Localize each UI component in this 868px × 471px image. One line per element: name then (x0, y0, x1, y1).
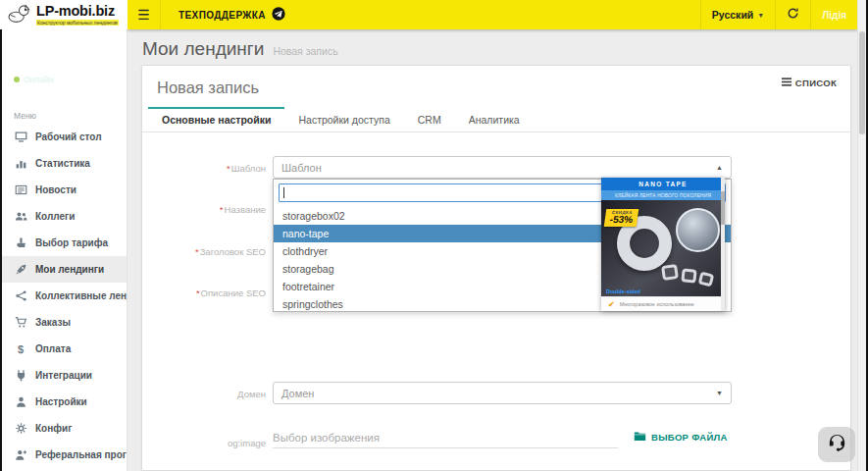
user-plus-icon (14, 448, 27, 461)
sidebar-item-referral[interactable]: Реферальная программа (2, 442, 127, 468)
desktop-icon (14, 131, 27, 143)
tab-analytics[interactable]: Аналитика (455, 107, 534, 131)
sidebar-item-settings[interactable]: Настройки (2, 389, 127, 415)
chevron-down-icon: ▼ (757, 12, 764, 19)
dollar-icon: $ (14, 343, 27, 355)
telegram-icon (272, 7, 285, 23)
menu-section-label: Меню (2, 102, 127, 124)
template-label: Шаблон (142, 163, 266, 174)
sidebar-item-desktop[interactable]: Рабочий стол (2, 124, 127, 150)
refresh-button[interactable] (775, 0, 810, 29)
user-status-label: Онлайн (24, 75, 53, 84)
preview-header: NANO TAPE (601, 178, 725, 190)
list-icon (782, 78, 791, 88)
choose-file-button[interactable]: ВЫБОР ФАЙЛА (634, 431, 728, 444)
preview-title: NANO TAPE (638, 181, 688, 187)
sidebar-item-label: Мои лендинги (35, 264, 104, 275)
user-icon (14, 395, 27, 408)
sidebar-item-tariff[interactable]: Выбор тарифа (2, 230, 127, 256)
hand-pointer-icon (14, 236, 27, 249)
domain-select-placeholder: Домен (281, 388, 314, 399)
cart-icon (14, 316, 27, 329)
sidebar-item-integrations[interactable]: Интеграции (2, 362, 127, 389)
card-title: Новая запись (157, 78, 259, 97)
domain-label: Домен (142, 389, 266, 399)
news-icon (14, 183, 27, 196)
choose-file-label: ВЫБОР ФАЙЛА (651, 432, 728, 443)
tab-access-settings[interactable]: Настройки доступа (284, 107, 403, 131)
domain-select[interactable]: Домен ▼ (273, 382, 732, 404)
sidebar-item-label: Новости (35, 184, 77, 195)
page-title: Мои лендинги (142, 38, 264, 60)
breadcrumb-current: Новая запись (273, 45, 337, 57)
og-image-label: og:image (142, 438, 266, 448)
template-select[interactable]: Шаблон ▲ (273, 156, 732, 179)
og-image-input[interactable] (273, 427, 618, 448)
user-panel: Лідія Онлайн (2, 29, 127, 102)
support-button[interactable]: ТЕХПОДДЕРЖКА (179, 7, 285, 23)
scrollbar-thumb[interactable] (859, 31, 865, 134)
dog-logo-icon (7, 3, 31, 27)
folder-icon (634, 431, 646, 444)
users-icon (14, 210, 27, 223)
sidebar-item-label: Выбор тарифа (35, 237, 108, 248)
preview-scrollbar[interactable] (721, 178, 725, 311)
sidebar-item-label: Статистика (35, 158, 90, 169)
online-status-dot (14, 77, 20, 82)
chevron-up-icon: ▲ (716, 164, 723, 171)
sidebar-item-label: Конфиг (35, 423, 72, 434)
template-preview: NANO TAPE КЛЕЙКАЯ ЛЕНТА НОВОГО ПОКОЛЕНИЯ… (601, 178, 725, 311)
share-icon (14, 289, 27, 302)
sidebar-item-payment[interactable]: $ Оплата (2, 336, 127, 362)
sidebar-item-my-landings[interactable]: Мои лендинги (2, 256, 127, 283)
preview-subtitle: КЛЕЙКАЯ ЛЕНТА НОВОГО ПОКОЛЕНИЯ (601, 190, 725, 200)
sidebar-item-colleagues[interactable]: Коллеги (2, 203, 127, 230)
template-select-placeholder: Шаблон (281, 162, 322, 174)
list-button[interactable]: СПИСОК (782, 78, 837, 88)
topbar-username: Лідія (822, 10, 846, 21)
logo[interactable]: LP-mobi.biz Конструктор мобильных лендин… (0, 0, 128, 29)
sidebar-item-config[interactable]: Конфиг (2, 415, 127, 442)
plug-icon (14, 369, 27, 382)
top-bar: ☰ ТЕХПОДДЕРЖКА Русский ▼ Лідія (128, 0, 857, 29)
sidebar-item-news[interactable]: Новости (2, 177, 127, 203)
name-label: Название (142, 204, 266, 215)
sidebar-item-label: Рабочий стол (35, 131, 102, 142)
sidebar-item-statistics[interactable]: Статистика (2, 150, 127, 177)
main-content: Мои лендинги Новая запись Новая запись С… (128, 29, 857, 471)
sidebar-item-label: Коллеги (35, 211, 75, 222)
logo-title: LP-mobi.biz (36, 4, 119, 19)
discount-badge: СКИДКА -53% (604, 209, 639, 227)
sidebar-item-orders[interactable]: Заказы (2, 309, 127, 336)
logo-tagline: Конструктор мобильных лендингов (36, 20, 119, 26)
sidebar-item-label: Оплата (35, 343, 71, 354)
support-widget-button[interactable] (818, 427, 855, 462)
seo-title-label: Заголовок SEO (142, 246, 266, 257)
page-scrollbar[interactable] (857, 0, 866, 471)
support-label: ТЕХПОДДЕРЖКА (179, 10, 266, 21)
user-status: Онлайн (14, 75, 53, 84)
user-menu[interactable]: Лідія (810, 0, 857, 29)
bar-chart-icon (14, 157, 27, 170)
sidebar: Лідія Онлайн Меню Рабочий стол Статистик… (2, 29, 128, 471)
sidebar-item-collective-landings[interactable]: Коллективные лендинги (2, 283, 127, 309)
sidebar-item-label: Заказы (35, 317, 71, 328)
list-button-label: СПИСОК (795, 78, 837, 88)
sidebar-item-label: Настройки (35, 396, 87, 407)
tab-crm[interactable]: CRM (404, 107, 455, 131)
app-window: LP-mobi.biz Конструктор мобильных лендин… (0, 0, 868, 471)
language-selector[interactable]: Русский ▼ (700, 0, 775, 29)
hamburger-menu-icon[interactable]: ☰ (128, 0, 161, 29)
sidebar-username: Лідія (14, 57, 41, 69)
preview-product-image: СКИДКА -53% Double-sided (601, 200, 725, 296)
preview-caption: Double-sided (606, 288, 640, 294)
language-label: Русский (712, 9, 753, 21)
check-icon: ✔ (608, 300, 615, 309)
breadcrumb: Мои лендинги Новая запись (142, 38, 338, 60)
tab-bar: Основные настройки Настройки доступа CRM… (142, 107, 850, 132)
tab-main-settings[interactable]: Основные настройки (148, 107, 284, 131)
sidebar-item-label: Реферальная программа (35, 449, 127, 460)
sidebar-item-label: Интеграции (35, 370, 92, 381)
cogs-icon (14, 422, 27, 435)
rocket-icon (14, 263, 27, 276)
